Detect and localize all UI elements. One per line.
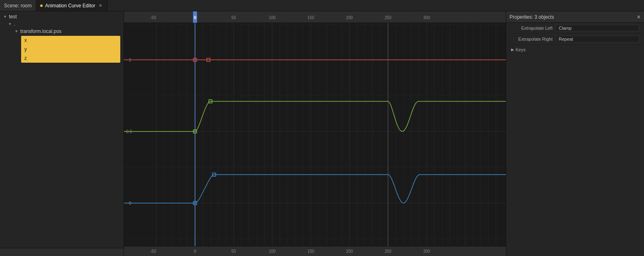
svg-text:300: 300 bbox=[423, 249, 430, 254]
svg-text:0: 0 bbox=[194, 15, 196, 20]
tree-item-transform[interactable]: ▼ transform.local.pos bbox=[0, 28, 124, 35]
svg-text:0: 0 bbox=[194, 249, 196, 254]
keys-header[interactable]: ▶ Keys bbox=[511, 47, 639, 52]
tree-item-dot[interactable]: ▼ . bbox=[0, 20, 124, 28]
svg-text:100: 100 bbox=[269, 15, 276, 20]
properties-title: Properties: 3 objects bbox=[510, 14, 634, 20]
properties-header: Properties: 3 objects ✕ bbox=[506, 11, 644, 23]
extrapolate-left-value[interactable]: Clamp bbox=[556, 25, 639, 31]
svg-rect-0 bbox=[124, 11, 506, 256]
svg-text:150: 150 bbox=[308, 15, 314, 20]
svg-text:200: 200 bbox=[346, 15, 353, 20]
keys-arrow-icon: ▶ bbox=[511, 48, 514, 52]
svg-text:250: 250 bbox=[385, 249, 392, 254]
tree-area: ▼ test ▼ . ▼ transform.local.pos x y z bbox=[0, 11, 124, 248]
tree-arrow-test: ▼ bbox=[3, 15, 8, 19]
left-panel-bottom bbox=[0, 248, 124, 256]
extrapolate-right-label: Extrapolate Right bbox=[511, 37, 556, 42]
left-panel: ▼ test ▼ . ▼ transform.local.pos x y z bbox=[0, 11, 124, 256]
xyz-group: x y z bbox=[21, 36, 120, 63]
tree-label-test: test bbox=[9, 14, 17, 20]
extrapolate-right-value[interactable]: Repeat bbox=[556, 36, 639, 42]
tab-scene[interactable]: Scene: room bbox=[0, 0, 36, 11]
svg-text:300: 300 bbox=[423, 15, 430, 20]
xyz-item-x[interactable]: x bbox=[21, 36, 120, 45]
tab-modified-dot bbox=[40, 4, 43, 7]
svg-text:50: 50 bbox=[231, 15, 236, 20]
right-panel: Properties: 3 objects ✕ Extrapolate Left… bbox=[506, 11, 644, 256]
svg-text:150: 150 bbox=[308, 249, 314, 254]
svg-rect-1 bbox=[124, 11, 506, 23]
svg-text:250: 250 bbox=[385, 15, 392, 20]
tab-curve-editor-label: Animation Curve Editor bbox=[45, 3, 95, 9]
extrapolate-right-row: Extrapolate Right Repeat bbox=[506, 34, 644, 45]
graph-area[interactable]: 1 0.5 0 -50 0 50 100 150 200 250 300 -50… bbox=[124, 11, 506, 256]
svg-text:-50: -50 bbox=[150, 15, 156, 20]
svg-text:50: 50 bbox=[231, 249, 236, 254]
xyz-item-y[interactable]: y bbox=[21, 45, 120, 54]
tree-item-test[interactable]: ▼ test bbox=[0, 13, 124, 20]
close-icon[interactable]: ✕ bbox=[98, 3, 103, 9]
graph-svg: 1 0.5 0 -50 0 50 100 150 200 250 300 -50… bbox=[124, 11, 506, 256]
tab-curve-editor[interactable]: Animation Curve Editor ✕ bbox=[36, 0, 108, 11]
svg-text:200: 200 bbox=[346, 249, 353, 254]
tree-label-transform: transform.local.pos bbox=[20, 28, 61, 34]
svg-rect-2 bbox=[124, 246, 506, 256]
tree-arrow-dot: ▼ bbox=[8, 22, 13, 26]
svg-text:-50: -50 bbox=[150, 249, 156, 254]
properties-close-button[interactable]: ✕ bbox=[637, 14, 641, 20]
extrapolate-left-label: Extrapolate Left bbox=[511, 26, 556, 31]
svg-text:100: 100 bbox=[269, 249, 276, 254]
keys-label: Keys bbox=[516, 47, 525, 52]
keys-section: ▶ Keys bbox=[506, 45, 644, 55]
main-content: ▼ test ▼ . ▼ transform.local.pos x y z bbox=[0, 11, 644, 256]
xyz-item-z[interactable]: z bbox=[21, 54, 120, 63]
tree-arrow-transform: ▼ bbox=[15, 29, 20, 33]
tab-scene-label: Scene: room bbox=[4, 3, 32, 9]
tab-bar: Scene: room Animation Curve Editor ✕ bbox=[0, 0, 644, 11]
extrapolate-left-row: Extrapolate Left Clamp bbox=[506, 23, 644, 34]
tree-label-dot: . bbox=[14, 21, 15, 27]
